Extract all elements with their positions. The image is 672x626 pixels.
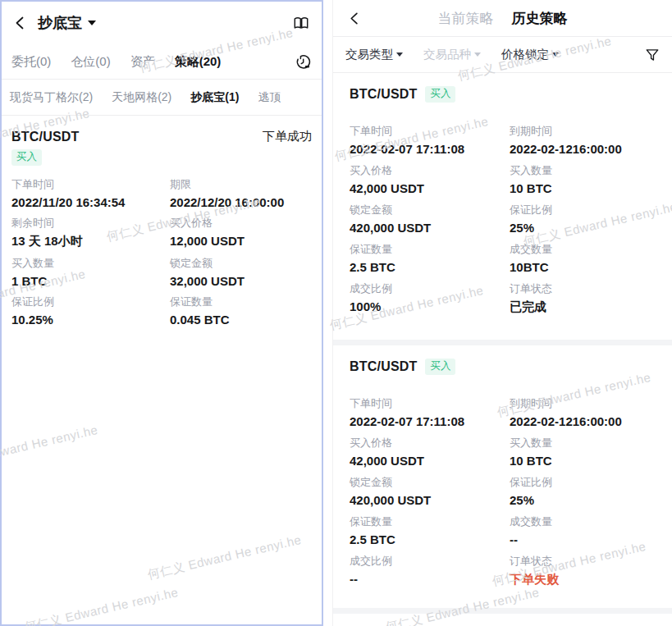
field-margin-quantity: 保证数量0.045 BTC	[170, 295, 312, 327]
history-card-partial	[333, 614, 672, 626]
caret-down-icon	[474, 53, 481, 57]
tab-positions[interactable]: 仓位(0)	[71, 54, 110, 70]
card-separator	[333, 340, 672, 345]
filter-price-lock[interactable]: 价格锁定	[501, 47, 559, 62]
field-term: 期限2022/12/20 16:00:00	[170, 177, 312, 209]
field-margin-quantity: 保证数量2.5 BTC	[350, 242, 510, 274]
field-locked-amount: 锁定金额420,000 USDT	[350, 203, 510, 235]
caret-down-icon	[396, 53, 403, 57]
bottom-fisher-screen: 抄底宝 委托(0) 仓位(0) 资产 策略(20) 现货马丁格尔(2) 天地网格…	[0, 0, 323, 626]
tab-entrust[interactable]: 委托(0)	[11, 54, 51, 70]
subtab-spot-martingale[interactable]: 现货马丁格尔(2)	[10, 90, 93, 105]
subtab-bottom-fisher[interactable]: 抄底宝(1)	[190, 90, 239, 105]
pair-name: BTC/USDT	[11, 130, 79, 144]
card-fields: 下单时间2022-02-07 17:11:08 到期时间2022-02-1216…	[350, 124, 656, 315]
field-order-status: 订单状态已完成	[510, 281, 656, 315]
back-button[interactable]	[13, 16, 28, 30]
pair-name: BTC/USDT	[350, 359, 417, 374]
field-buy-price: 买入价格12,000 USDT	[170, 216, 312, 249]
caret-down-icon	[552, 53, 559, 57]
field-locked-amount: 锁定金额32,000 USDT	[170, 256, 312, 288]
right-header: 当前策略 历史策略	[333, 0, 672, 36]
filter-trade-type[interactable]: 交易类型	[345, 47, 403, 62]
history-card[interactable]: BTC/USDT 买入 下单时间2022-02-07 17:11:08 到期时间…	[333, 73, 672, 340]
strategy-card[interactable]: BTC/USDT 下单成功 买入 下单时间2022/11/20 16:34:54…	[2, 116, 322, 340]
field-filled-ratio: 成交比例100%	[350, 281, 510, 315]
chevron-left-icon	[13, 16, 28, 30]
field-margin-ratio: 保证比例10.25%	[11, 295, 170, 327]
strategy-type-tabs: 现货马丁格尔(2) 天地网格(2) 抄底宝(1) 逃顶	[2, 80, 322, 115]
filter-trade-pair[interactable]: 交易品种	[423, 47, 481, 62]
pair-name: BTC/USDT	[350, 87, 417, 102]
order-history-icon	[295, 53, 312, 71]
card-fields: 下单时间2022/11/20 16:34:54 期限2022/12/20 16:…	[11, 177, 312, 327]
field-order-time: 下单时间2022-02-07 17:11:08	[350, 124, 510, 156]
funnel-filter-button[interactable]	[645, 48, 660, 62]
page-title-dropdown[interactable]: 抄底宝	[38, 13, 96, 33]
field-order-status: 订单状态下单失败	[510, 554, 656, 587]
order-status-text: 下单成功	[263, 129, 312, 144]
tab-history-strategies[interactable]: 历史策略	[512, 9, 568, 28]
field-filled-quantity: 成交数量10BTC	[510, 242, 656, 274]
side-badge: 买入	[425, 86, 455, 103]
field-filled-quantity: 成交数量--	[510, 514, 656, 546]
field-margin-ratio: 保证比例25%	[510, 475, 656, 507]
tab-strategies[interactable]: 策略(20)	[175, 54, 222, 70]
field-order-time: 下单时间2022-02-07 17:11:08	[350, 396, 510, 428]
field-expiry-time: 到期时间2022-02-1216:00:00	[510, 124, 656, 156]
field-filled-ratio: 成交比例--	[350, 554, 510, 587]
caret-down-icon	[88, 21, 96, 25]
tab-assets[interactable]: 资产	[130, 54, 155, 70]
field-margin-ratio: 保证比例25%	[510, 203, 656, 235]
book-button[interactable]	[292, 15, 310, 32]
order-history-button[interactable]	[295, 53, 312, 71]
chevron-left-icon	[348, 11, 362, 25]
subtab-grid[interactable]: 天地网格(2)	[112, 90, 171, 105]
strategy-history-screen: 当前策略 历史策略 交易类型 交易品种 价格锁定 BTC/USDT 买入 下单时…	[332, 0, 672, 626]
history-card[interactable]: BTC/USDT 买入 下单时间2022-02-07 17:11:08 到期时间…	[333, 345, 672, 608]
field-order-time: 下单时间2022/11/20 16:34:54	[11, 177, 170, 209]
side-badge: 买入	[425, 359, 455, 375]
field-buy-amount: 买入数量10 BTC	[510, 436, 656, 468]
field-margin-quantity: 保证数量2.5 BTC	[350, 514, 510, 546]
card-fields: 下单时间2022-02-07 17:11:08 到期时间2022-02-1216…	[350, 396, 656, 587]
field-time-remaining: 剩余时间13 天 18小时	[11, 216, 170, 249]
card-separator	[333, 608, 672, 614]
left-nav-tabs: 委托(0) 仓位(0) 资产 策略(20)	[2, 44, 322, 79]
back-button[interactable]	[348, 11, 362, 25]
left-header: 抄底宝	[2, 2, 322, 44]
page-title: 抄底宝	[38, 13, 82, 33]
side-badge: 买入	[11, 149, 42, 166]
book-icon	[292, 15, 310, 32]
field-buy-amount: 买入数量10 BTC	[510, 163, 656, 195]
filter-bar: 交易类型 交易品种 价格锁定	[333, 37, 672, 72]
field-buy-amount: 买入数量1 BTC	[11, 256, 170, 288]
subtab-top-escape[interactable]: 逃顶	[258, 90, 281, 105]
field-buy-price: 买入价格42,000 USDT	[350, 436, 510, 468]
field-buy-price: 买入价格42,000 USDT	[350, 163, 510, 195]
field-locked-amount: 锁定金额420,000 USDT	[350, 475, 510, 507]
field-expiry-time: 到期时间2022-02-1216:00:00	[510, 396, 656, 428]
funnel-icon	[645, 48, 660, 62]
tab-current-strategies[interactable]: 当前策略	[438, 9, 494, 28]
